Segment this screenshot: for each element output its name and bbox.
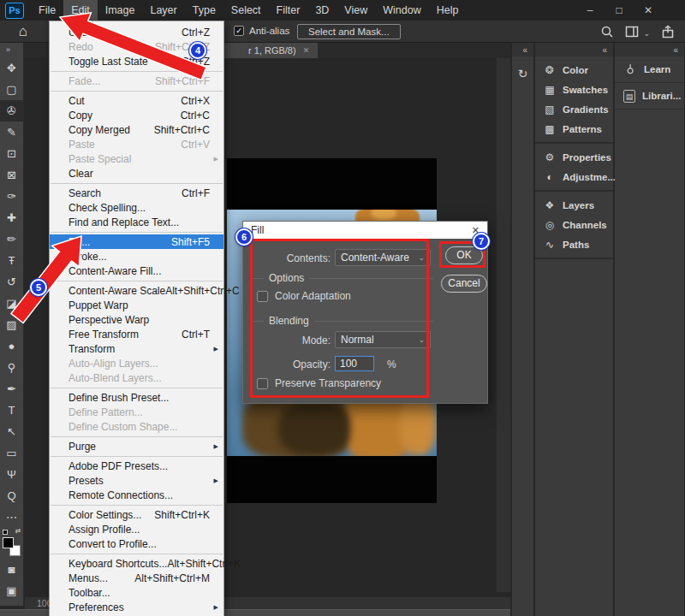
edit-menu-item[interactable]: Stroke... bbox=[50, 249, 223, 264]
document-tab[interactable]: r 1, RGB/8) ✕ bbox=[212, 43, 318, 58]
edit-menu-item[interactable]: Define Brush Preset... bbox=[50, 390, 223, 405]
panel-tab-adjustments[interactable]: ◐ Adjustme... bbox=[535, 167, 613, 187]
clone-stamp-tool[interactable]: Ŧ bbox=[0, 250, 24, 271]
type-tool[interactable]: T bbox=[0, 400, 24, 421]
maximize-button[interactable]: □ bbox=[605, 0, 634, 21]
edit-menu-item[interactable]: Toolbar... bbox=[50, 585, 223, 600]
edit-menu-item[interactable]: Copy Ctrl+C bbox=[50, 108, 223, 122]
close-button[interactable]: ✕ bbox=[634, 0, 663, 21]
preserve-transparency-option[interactable]: Preserve Transparency bbox=[257, 377, 381, 389]
move-tool[interactable]: ✥ bbox=[0, 57, 24, 79]
quick-selection-tool[interactable]: ✎ bbox=[0, 121, 24, 143]
history-brush-tool[interactable]: ↺ bbox=[0, 271, 24, 293]
default-colors-icon[interactable] bbox=[3, 530, 8, 535]
edit-menu-item[interactable]: Paste Special ▶ bbox=[50, 151, 223, 166]
eyedropper-tool[interactable]: ✑ bbox=[0, 186, 24, 207]
edit-menu-item[interactable]: Assign Profile... bbox=[50, 522, 223, 536]
dodge-tool[interactable]: ⚲ bbox=[0, 357, 24, 378]
preserve-transparency-checkbox[interactable] bbox=[257, 378, 268, 389]
workspace-switcher-icon[interactable] bbox=[625, 25, 639, 42]
edit-menu-item[interactable]: Free Transform Ctrl+T bbox=[50, 327, 223, 341]
panel-tab-layers[interactable]: ❖ Layers bbox=[535, 195, 613, 215]
menubar-item-select[interactable]: Select bbox=[223, 0, 269, 21]
menubar-item-layer[interactable]: Layer bbox=[142, 0, 184, 21]
menubar-item-filter[interactable]: Filter bbox=[269, 0, 308, 21]
foreground-color-swatch[interactable] bbox=[3, 537, 14, 548]
menubar-item-edit[interactable]: Edit bbox=[63, 0, 98, 21]
edit-menu-item[interactable]: Menus... Alt+Shift+Ctrl+M bbox=[50, 571, 223, 585]
edit-menu-item[interactable]: Copy Merged Shift+Ctrl+C bbox=[50, 122, 223, 137]
select-and-mask-button[interactable]: Select and Mask... bbox=[297, 24, 401, 39]
pen-tool[interactable]: ✒ bbox=[0, 378, 24, 400]
tab-close-icon[interactable]: ✕ bbox=[303, 46, 310, 55]
panel-tab-paths[interactable]: ∿ Paths bbox=[535, 234, 613, 254]
anti-alias-option[interactable]: ✓ Anti-alias bbox=[234, 26, 289, 36]
collapse-panels-icon[interactable]: « bbox=[602, 45, 607, 55]
menubar-item-image[interactable]: Image bbox=[98, 0, 143, 21]
gradient-tool[interactable]: ▨ bbox=[0, 314, 24, 335]
edit-menu-item[interactable]: Preferences ▶ bbox=[50, 600, 223, 614]
menubar-item-help[interactable]: Help bbox=[429, 0, 467, 21]
edit-menu-item[interactable]: Transform ▶ bbox=[50, 341, 223, 356]
menubar-item-3d[interactable]: 3D bbox=[307, 0, 337, 21]
search-icon[interactable] bbox=[600, 25, 614, 42]
healing-brush-tool[interactable]: ✚ bbox=[0, 207, 24, 228]
panel-tab-patterns[interactable]: ▩ Patterns bbox=[535, 119, 613, 139]
rectangle-tool[interactable]: ▭ bbox=[0, 442, 24, 464]
edit-menu-item[interactable]: Search Ctrl+F bbox=[50, 186, 223, 200]
menubar-item-window[interactable]: Window bbox=[375, 0, 428, 21]
menubar-item-type[interactable]: Type bbox=[185, 0, 223, 21]
edit-menu-item[interactable]: Content-Aware Fill... bbox=[50, 264, 223, 278]
brush-tool[interactable]: ✏ bbox=[0, 228, 24, 250]
contents-dropdown[interactable]: Content-Aware ⌄ bbox=[335, 249, 431, 266]
panel-tab-gradients[interactable]: ▧ Gradients bbox=[535, 99, 613, 119]
collapse-panels-icon[interactable]: « bbox=[522, 45, 527, 55]
edit-menu-item[interactable]: Paste Ctrl+V bbox=[50, 137, 223, 151]
edit-menu-item[interactable]: Define Custom Shape... bbox=[50, 419, 223, 434]
edit-menu-item[interactable]: Fade... Shift+Ctrl+F bbox=[50, 74, 223, 88]
canvas-scrollbar[interactable] bbox=[497, 58, 510, 592]
screen-mode-button[interactable]: ▣ bbox=[0, 580, 24, 601]
cancel-button[interactable]: Cancel bbox=[441, 275, 487, 293]
history-panel-icon[interactable]: ↻ bbox=[512, 67, 533, 80]
mode-dropdown[interactable]: Normal ⌄ bbox=[335, 331, 431, 348]
panel-tab-libraries[interactable]: ▤ Librari... bbox=[615, 83, 684, 110]
edit-menu-item[interactable]: Remote Connections... bbox=[50, 488, 223, 502]
eraser-tool[interactable]: ◪ bbox=[0, 293, 24, 314]
edit-menu-item[interactable]: Color Settings... Shift+Ctrl+K bbox=[50, 507, 223, 522]
edit-menu-item[interactable]: Fill... Shift+F5 bbox=[50, 234, 223, 249]
crop-tool[interactable]: ⊡ bbox=[0, 143, 24, 164]
home-button[interactable]: ⌂ bbox=[14, 22, 33, 41]
edit-menu-item[interactable]: Clear bbox=[50, 166, 223, 181]
edit-menu-item[interactable]: Perspective Warp bbox=[50, 312, 223, 327]
menubar-item-view[interactable]: View bbox=[337, 0, 375, 21]
panel-tab-learn[interactable]: ⚲ Learn bbox=[615, 56, 684, 83]
toolbar-expand-icon[interactable]: » bbox=[0, 43, 23, 57]
share-icon[interactable] bbox=[661, 25, 675, 42]
quick-mask-button[interactable]: ◙ bbox=[0, 559, 24, 580]
swap-colors-icon[interactable]: ⇄ bbox=[15, 527, 21, 535]
edit-menu-item[interactable]: Presets ▶ bbox=[50, 473, 223, 488]
panel-tab-properties[interactable]: ⚙ Properties bbox=[535, 147, 613, 167]
anti-alias-checkbox[interactable]: ✓ bbox=[234, 26, 244, 36]
edit-menu-item[interactable]: Content-Aware Scale Alt+Shift+Ctrl+C bbox=[50, 283, 223, 298]
edit-menu-item[interactable]: Keyboard Shortcuts... Alt+Shift+Ctrl+K bbox=[50, 556, 223, 571]
edit-menu-item[interactable]: Convert to Profile... bbox=[50, 536, 223, 551]
color-adaptation-checkbox[interactable] bbox=[257, 291, 268, 302]
edit-menu-item[interactable]: Puppet Warp bbox=[50, 298, 223, 312]
edit-menu-item[interactable]: Undo Ctrl+Z bbox=[50, 25, 223, 39]
edit-menu-item[interactable]: Define Pattern... bbox=[50, 405, 223, 419]
rectangular-marquee-tool[interactable]: ▢ bbox=[0, 79, 24, 100]
collapse-panels-icon[interactable]: « bbox=[673, 45, 678, 55]
blur-tool[interactable]: ● bbox=[0, 335, 24, 357]
edit-menu-item[interactable]: Auto-Align Layers... bbox=[50, 356, 223, 370]
workspace-chevron-icon[interactable]: ⌄ bbox=[643, 29, 650, 38]
fill-dialog-titlebar[interactable]: Fill ✕ bbox=[243, 222, 487, 239]
edit-menu-item[interactable]: Adobe PDF Presets... bbox=[50, 459, 223, 473]
edit-menu-item[interactable]: Auto-Blend Layers... bbox=[50, 370, 223, 385]
panel-tab-color[interactable]: ❂ Color bbox=[535, 60, 613, 80]
edit-menu-item[interactable]: Purge ▶ bbox=[50, 439, 223, 453]
zoom-tool[interactable]: Q bbox=[0, 485, 24, 506]
panel-tab-swatches[interactable]: ▦ Swatches bbox=[535, 80, 613, 99]
lasso-tool[interactable]: ✇ bbox=[0, 100, 24, 121]
